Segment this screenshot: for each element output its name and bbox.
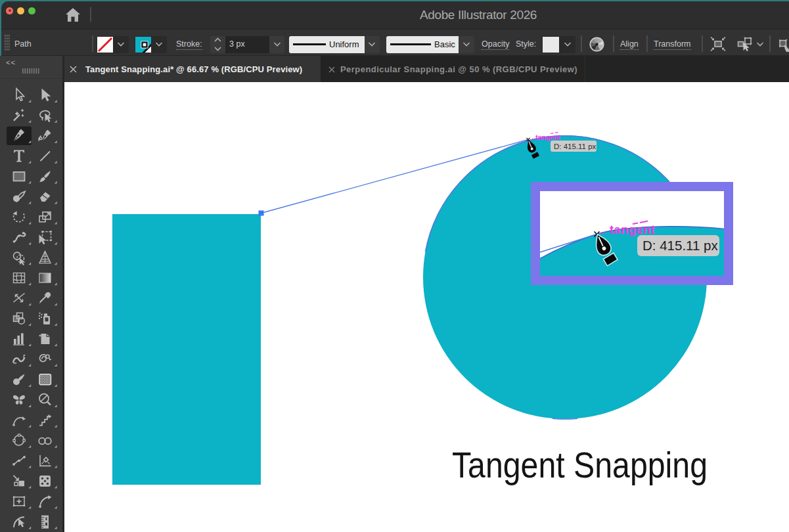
svg-text:D: 415.11 px: D: 415.11 px [642,238,718,253]
svg-text:tangent: tangent [610,223,655,236]
svg-text:Tangent Snapping: Tangent Snapping [452,445,708,485]
svg-text:tangent: tangent [535,133,560,141]
svg-text:D: 415.11 px: D: 415.11 px [554,143,597,150]
